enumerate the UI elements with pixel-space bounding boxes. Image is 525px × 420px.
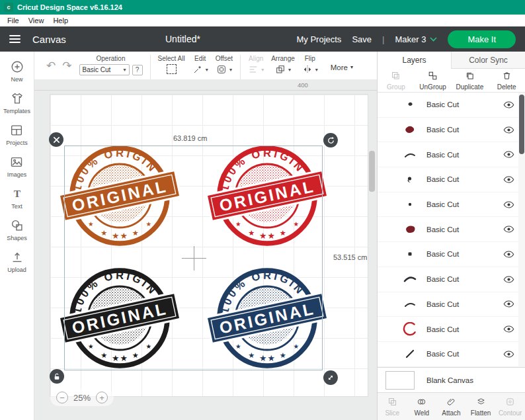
visibility-eye-icon[interactable] [503, 351, 514, 358]
flatten-button[interactable]: Flatten [466, 393, 496, 420]
toolbar-divider [240, 55, 241, 79]
blank-canvas-row[interactable]: Blank Canvas [378, 367, 525, 392]
visibility-eye-icon[interactable] [503, 126, 514, 134]
visibility-eye-icon[interactable] [503, 101, 514, 108]
visibility-eye-icon[interactable] [503, 151, 514, 158]
stamp-orange[interactable]: 100% ORIGINAL★★★★★★ORIGINAL [67, 143, 173, 251]
action-label: Group [387, 83, 405, 91]
ruler-mark: 400 [298, 81, 308, 89]
eye-icon [503, 325, 514, 333]
visibility-eye-icon[interactable] [503, 300, 514, 308]
stamp-red[interactable]: 100% ORIGINAL★★★★★★ORIGINAL [214, 143, 320, 251]
menu-view[interactable]: View [24, 17, 49, 24]
svg-text:★: ★ [268, 231, 275, 241]
redo-button[interactable]: ↷ [62, 59, 71, 73]
slice-icon [387, 397, 397, 408]
eye-icon [503, 101, 514, 108]
canvas-scrollbar-thumb[interactable] [369, 151, 375, 192]
canvas-color-swatch[interactable] [385, 371, 415, 390]
menu-help[interactable]: Help [48, 17, 73, 24]
select-all-icon[interactable] [167, 64, 177, 74]
menu-file[interactable]: File [3, 17, 24, 24]
stamp-black[interactable]: 100% ORIGINAL★★★★★★ORIGINAL [67, 265, 173, 374]
visibility-eye-icon[interactable] [503, 176, 514, 183]
layer-row[interactable]: Basic Cut [378, 267, 525, 292]
visibility-eye-icon[interactable] [503, 251, 514, 258]
operation-help-button[interactable]: ? [132, 65, 143, 75]
machine-select[interactable]: Maker 3 [395, 34, 437, 44]
toolbar-divider [150, 55, 151, 79]
layer-row[interactable]: Basic Cut [378, 118, 525, 143]
zoom-out-button[interactable]: − [56, 392, 68, 403]
arrange-button[interactable]: ▾ [275, 64, 291, 75]
svg-text:★: ★ [145, 343, 151, 350]
sidebar-item-new[interactable]: New [10, 60, 24, 83]
layer-row[interactable]: Basic Cut [378, 93, 525, 118]
more-button[interactable]: More ▾ [331, 63, 353, 71]
sidebar-item-images[interactable]: Images [7, 155, 27, 178]
unlock-selection-handle[interactable] [50, 369, 64, 384]
sidebar-item-label: Templates [3, 108, 30, 114]
svg-text:★: ★ [120, 353, 128, 363]
attach-button[interactable]: Attach [436, 393, 466, 420]
sidebar-item-templates[interactable]: Templates [3, 91, 30, 114]
layer-row[interactable]: Basic Cut [378, 167, 525, 192]
sidebar-item-shapes[interactable]: Shapes [7, 218, 27, 241]
zoom-in-button[interactable]: + [96, 392, 108, 403]
save-link[interactable]: Save [352, 34, 372, 44]
my-projects-link[interactable]: My Projects [296, 34, 341, 44]
edit-wand-icon [192, 64, 203, 75]
tab-color-sync[interactable]: Color Sync [451, 52, 525, 69]
bottom-action-label: Weld [415, 409, 430, 417]
visibility-eye-icon[interactable] [503, 325, 514, 333]
weld-button[interactable]: Weld [407, 393, 437, 420]
delete-button[interactable]: Delete [488, 69, 525, 92]
svg-text:★: ★ [248, 351, 255, 359]
ungroup-button[interactable]: UnGroup [415, 69, 452, 92]
operation-dropdown[interactable]: Basic Cut ▾ [79, 64, 130, 75]
undo-button[interactable]: ↶ [46, 59, 56, 73]
layer-list-scrollbar-thumb[interactable] [519, 95, 524, 154]
operation-value: Basic Cut [83, 66, 111, 73]
chevron-down-icon: ▾ [288, 67, 291, 73]
make-it-button[interactable]: Make It [448, 30, 516, 48]
align-button[interactable]: ▾ [248, 64, 264, 75]
layer-row[interactable]: Basic Cut [378, 292, 525, 317]
slice-button[interactable]: Slice [378, 393, 407, 420]
group-button[interactable]: Group [378, 69, 415, 92]
layer-row[interactable]: Basic Cut [378, 142, 525, 167]
flip-button[interactable]: ▾ [302, 64, 318, 75]
layer-row[interactable]: Basic Cut [378, 242, 525, 267]
delete-selection-handle[interactable] [49, 132, 63, 147]
flip-label: Flip [305, 55, 315, 62]
layer-row[interactable]: Basic Cut [378, 217, 525, 242]
visibility-eye-icon[interactable] [503, 226, 514, 233]
contour-button[interactable]: Contour [495, 393, 525, 420]
document-title[interactable]: Untitled* [165, 34, 200, 44]
layer-label: Basic Cut [426, 200, 459, 208]
resize-selection-handle[interactable] [323, 370, 338, 385]
layer-row[interactable]: Basic Cut [378, 317, 525, 342]
sidebar-item-projects[interactable]: Projects [6, 123, 28, 146]
text-icon: T [10, 187, 24, 201]
layer-row[interactable]: Basic Cut [378, 192, 525, 218]
edit-button[interactable]: ▾ [192, 64, 208, 75]
duplicate-button[interactable]: Duplicate [452, 69, 489, 92]
canvas-area[interactable]: 400 63.819 cm 53.515 cm [34, 79, 377, 420]
visibility-eye-icon[interactable] [503, 276, 514, 283]
svg-text:★: ★ [112, 353, 119, 363]
svg-text:★: ★ [88, 343, 94, 350]
selection-height-label: 53.515 cm [333, 253, 367, 261]
hamburger-menu-icon[interactable] [9, 33, 20, 45]
stamp-navy[interactable]: 100% ORIGINAL★★★★★★ORIGINAL [214, 265, 320, 374]
group-icon [391, 71, 401, 82]
sidebar-item-upload[interactable]: Upload [7, 250, 26, 273]
visibility-eye-icon[interactable] [503, 201, 514, 208]
rotate-selection-handle[interactable] [323, 133, 338, 147]
layer-row[interactable]: Basic Cut [378, 342, 525, 367]
offset-button[interactable]: ▾ [216, 64, 232, 75]
tab-layers[interactable]: Layers [378, 52, 451, 69]
layer-list-scrollbar[interactable] [518, 93, 525, 367]
svg-text:★: ★ [145, 220, 151, 228]
sidebar-item-text[interactable]: TText [10, 187, 24, 210]
